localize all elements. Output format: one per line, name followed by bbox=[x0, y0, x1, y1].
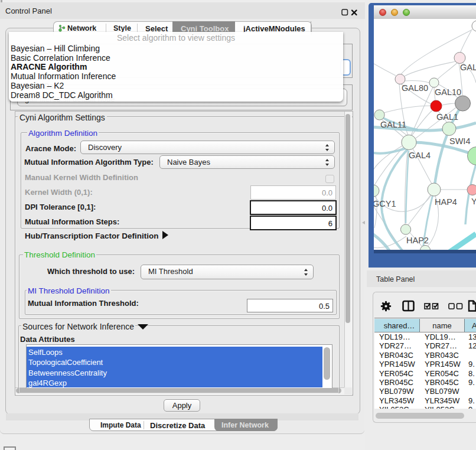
svg-text:SWI4: SWI4 bbox=[449, 136, 470, 146]
svg-text:GCY1: GCY1 bbox=[374, 199, 396, 208]
svg-text:GAL: GAL bbox=[460, 63, 476, 72]
svg-text:HAP4: HAP4 bbox=[435, 197, 457, 207]
svg-text:Y: Y bbox=[471, 197, 476, 206]
svg-text:GAL1: GAL1 bbox=[436, 112, 458, 122]
svg-text:HAP2: HAP2 bbox=[406, 236, 429, 245]
svg-text:GAL80: GAL80 bbox=[402, 83, 428, 93]
svg-text:GAL11: GAL11 bbox=[380, 120, 406, 129]
svg-text:GAL10: GAL10 bbox=[435, 87, 461, 97]
svg-text:GAL4: GAL4 bbox=[409, 151, 431, 160]
